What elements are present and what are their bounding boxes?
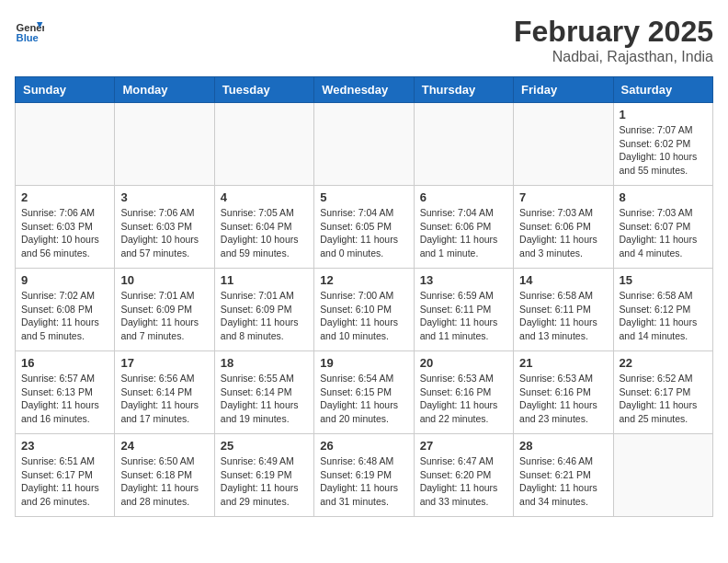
day-info: Sunrise: 7:03 AMSunset: 6:06 PMDaylight:… bbox=[519, 206, 607, 260]
day-number: 28 bbox=[519, 439, 607, 453]
calendar-cell: 18Sunrise: 6:55 AMSunset: 6:14 PMDayligh… bbox=[214, 351, 313, 434]
weekday-header-sunday: Sunday bbox=[16, 77, 115, 103]
calendar-week-row: 2Sunrise: 7:06 AMSunset: 6:03 PMDaylight… bbox=[16, 186, 713, 269]
calendar-cell: 13Sunrise: 6:59 AMSunset: 6:11 PMDayligh… bbox=[414, 269, 513, 351]
day-info: Sunrise: 7:00 AMSunset: 6:10 PMDaylight:… bbox=[320, 289, 407, 343]
day-number: 23 bbox=[21, 439, 108, 453]
day-number: 15 bbox=[620, 273, 707, 287]
day-info: Sunrise: 6:53 AMSunset: 6:16 PMDaylight:… bbox=[519, 372, 607, 426]
calendar-cell: 20Sunrise: 6:53 AMSunset: 6:16 PMDayligh… bbox=[414, 351, 513, 434]
day-number: 10 bbox=[120, 273, 208, 287]
calendar-cell: 28Sunrise: 6:46 AMSunset: 6:21 PMDayligh… bbox=[514, 434, 613, 517]
calendar-cell: 22Sunrise: 6:52 AMSunset: 6:17 PMDayligh… bbox=[613, 351, 712, 434]
calendar-cell: 27Sunrise: 6:47 AMSunset: 6:20 PMDayligh… bbox=[414, 434, 513, 517]
logo-icon: General Blue bbox=[15, 15, 44, 44]
day-number: 25 bbox=[221, 439, 308, 453]
day-info: Sunrise: 7:06 AMSunset: 6:03 PMDaylight:… bbox=[120, 206, 208, 260]
calendar-cell: 11Sunrise: 7:01 AMSunset: 6:09 PMDayligh… bbox=[214, 269, 313, 351]
day-number: 13 bbox=[420, 273, 507, 287]
day-number: 21 bbox=[519, 356, 607, 370]
calendar-cell: 25Sunrise: 6:49 AMSunset: 6:19 PMDayligh… bbox=[214, 434, 313, 517]
day-info: Sunrise: 7:07 AMSunset: 6:02 PMDaylight:… bbox=[620, 123, 707, 178]
calendar-week-row: 1Sunrise: 7:07 AMSunset: 6:02 PMDaylight… bbox=[16, 103, 713, 186]
title-block: February 2025 Nadbai, Rajasthan, India bbox=[514, 15, 713, 65]
calendar-cell: 23Sunrise: 6:51 AMSunset: 6:17 PMDayligh… bbox=[16, 434, 115, 517]
day-info: Sunrise: 6:51 AMSunset: 6:17 PMDaylight:… bbox=[21, 454, 108, 509]
calendar-cell: 12Sunrise: 7:00 AMSunset: 6:10 PMDayligh… bbox=[314, 269, 414, 351]
location-subtitle: Nadbai, Rajasthan, India bbox=[514, 49, 713, 65]
calendar-cell bbox=[16, 103, 115, 186]
calendar-table: SundayMondayTuesdayWednesdayThursdayFrid… bbox=[15, 76, 713, 517]
day-info: Sunrise: 6:50 AMSunset: 6:18 PMDaylight:… bbox=[120, 454, 208, 509]
calendar-week-row: 9Sunrise: 7:02 AMSunset: 6:08 PMDaylight… bbox=[16, 269, 713, 351]
day-number: 26 bbox=[320, 439, 407, 453]
day-info: Sunrise: 7:01 AMSunset: 6:09 PMDaylight:… bbox=[120, 289, 208, 343]
calendar-cell: 10Sunrise: 7:01 AMSunset: 6:09 PMDayligh… bbox=[115, 269, 214, 351]
calendar-cell: 19Sunrise: 6:54 AMSunset: 6:15 PMDayligh… bbox=[314, 351, 414, 434]
day-info: Sunrise: 6:49 AMSunset: 6:19 PMDaylight:… bbox=[221, 454, 308, 509]
day-info: Sunrise: 7:05 AMSunset: 6:04 PMDaylight:… bbox=[221, 206, 308, 260]
calendar-cell: 6Sunrise: 7:04 AMSunset: 6:06 PMDaylight… bbox=[414, 186, 513, 269]
day-info: Sunrise: 6:56 AMSunset: 6:14 PMDaylight:… bbox=[120, 372, 208, 426]
day-number: 11 bbox=[221, 273, 308, 287]
calendar-week-row: 23Sunrise: 6:51 AMSunset: 6:17 PMDayligh… bbox=[16, 434, 713, 517]
day-number: 5 bbox=[320, 190, 407, 204]
calendar-cell bbox=[314, 103, 414, 186]
calendar-cell bbox=[115, 103, 214, 186]
calendar-cell: 14Sunrise: 6:58 AMSunset: 6:11 PMDayligh… bbox=[514, 269, 613, 351]
day-info: Sunrise: 6:53 AMSunset: 6:16 PMDaylight:… bbox=[420, 372, 507, 426]
calendar-cell: 8Sunrise: 7:03 AMSunset: 6:07 PMDaylight… bbox=[613, 186, 712, 269]
day-number: 27 bbox=[420, 439, 507, 453]
calendar-cell: 7Sunrise: 7:03 AMSunset: 6:06 PMDaylight… bbox=[514, 186, 613, 269]
day-info: Sunrise: 7:03 AMSunset: 6:07 PMDaylight:… bbox=[620, 206, 707, 260]
day-info: Sunrise: 6:47 AMSunset: 6:20 PMDaylight:… bbox=[420, 454, 507, 509]
calendar-cell: 1Sunrise: 7:07 AMSunset: 6:02 PMDaylight… bbox=[613, 103, 712, 186]
calendar-cell: 16Sunrise: 6:57 AMSunset: 6:13 PMDayligh… bbox=[16, 351, 115, 434]
page-header: General Blue February 2025 Nadbai, Rajas… bbox=[15, 15, 713, 65]
svg-text:Blue: Blue bbox=[17, 32, 39, 43]
calendar-cell: 9Sunrise: 7:02 AMSunset: 6:08 PMDaylight… bbox=[16, 269, 115, 351]
day-number: 19 bbox=[320, 356, 407, 370]
weekday-header-wednesday: Wednesday bbox=[314, 77, 414, 103]
weekday-header-saturday: Saturday bbox=[613, 77, 712, 103]
calendar-week-row: 16Sunrise: 6:57 AMSunset: 6:13 PMDayligh… bbox=[16, 351, 713, 434]
weekday-header-monday: Monday bbox=[115, 77, 214, 103]
calendar-cell bbox=[414, 103, 513, 186]
calendar-cell: 21Sunrise: 6:53 AMSunset: 6:16 PMDayligh… bbox=[514, 351, 613, 434]
day-info: Sunrise: 7:04 AMSunset: 6:05 PMDaylight:… bbox=[320, 206, 407, 260]
day-info: Sunrise: 6:58 AMSunset: 6:12 PMDaylight:… bbox=[620, 289, 707, 343]
calendar-cell bbox=[214, 103, 313, 186]
day-info: Sunrise: 7:02 AMSunset: 6:08 PMDaylight:… bbox=[21, 289, 108, 343]
day-info: Sunrise: 6:46 AMSunset: 6:21 PMDaylight:… bbox=[519, 454, 607, 509]
day-number: 3 bbox=[120, 190, 208, 204]
day-info: Sunrise: 6:48 AMSunset: 6:19 PMDaylight:… bbox=[320, 454, 407, 509]
calendar-header-row: SundayMondayTuesdayWednesdayThursdayFrid… bbox=[16, 77, 713, 103]
day-info: Sunrise: 7:01 AMSunset: 6:09 PMDaylight:… bbox=[221, 289, 308, 343]
day-number: 16 bbox=[21, 356, 108, 370]
weekday-header-friday: Friday bbox=[514, 77, 613, 103]
logo: General Blue bbox=[15, 15, 44, 44]
day-info: Sunrise: 6:52 AMSunset: 6:17 PMDaylight:… bbox=[620, 372, 707, 426]
calendar-cell: 3Sunrise: 7:06 AMSunset: 6:03 PMDaylight… bbox=[115, 186, 214, 269]
day-info: Sunrise: 7:04 AMSunset: 6:06 PMDaylight:… bbox=[420, 206, 507, 260]
day-number: 4 bbox=[221, 190, 308, 204]
day-number: 14 bbox=[519, 273, 607, 287]
day-number: 6 bbox=[420, 190, 507, 204]
day-number: 18 bbox=[221, 356, 308, 370]
calendar-cell: 2Sunrise: 7:06 AMSunset: 6:03 PMDaylight… bbox=[16, 186, 115, 269]
day-info: Sunrise: 6:57 AMSunset: 6:13 PMDaylight:… bbox=[21, 372, 108, 426]
day-info: Sunrise: 6:54 AMSunset: 6:15 PMDaylight:… bbox=[320, 372, 407, 426]
day-number: 22 bbox=[620, 356, 707, 370]
calendar-cell: 17Sunrise: 6:56 AMSunset: 6:14 PMDayligh… bbox=[115, 351, 214, 434]
day-number: 12 bbox=[320, 273, 407, 287]
calendar-cell: 26Sunrise: 6:48 AMSunset: 6:19 PMDayligh… bbox=[314, 434, 414, 517]
day-info: Sunrise: 6:59 AMSunset: 6:11 PMDaylight:… bbox=[420, 289, 507, 343]
calendar-cell bbox=[613, 434, 712, 517]
calendar-cell: 15Sunrise: 6:58 AMSunset: 6:12 PMDayligh… bbox=[613, 269, 712, 351]
day-number: 24 bbox=[120, 439, 208, 453]
day-number: 17 bbox=[120, 356, 208, 370]
day-number: 8 bbox=[620, 190, 707, 204]
day-number: 2 bbox=[21, 190, 108, 204]
day-number: 9 bbox=[21, 273, 108, 287]
day-number: 20 bbox=[420, 356, 507, 370]
